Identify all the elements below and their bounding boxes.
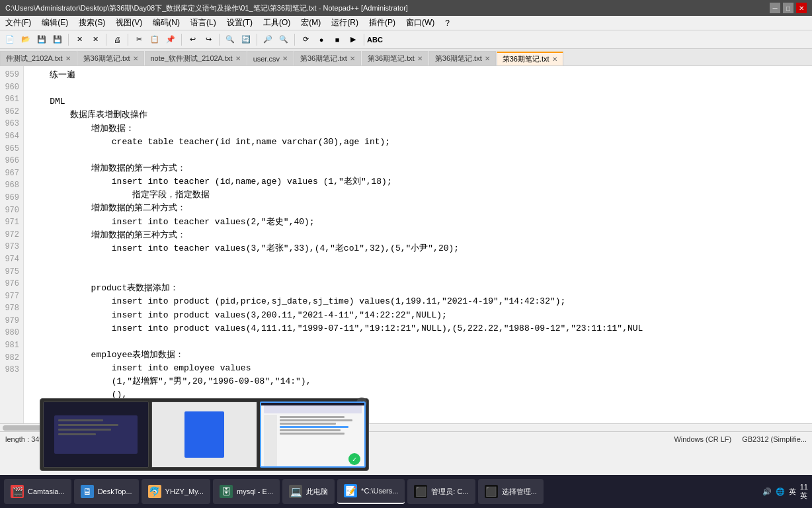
menu-run[interactable]: 运行(R) [326, 16, 364, 30]
menu-file[interactable]: 文件(F) [0, 16, 36, 30]
macro-run-btn[interactable]: ▶ [346, 32, 360, 47]
volume-icon[interactable]: 🔊 [762, 487, 772, 496]
tab-close-0[interactable]: ✕ [65, 55, 71, 62]
tab-0[interactable]: 件测试_2102A.txt ✕ [0, 51, 77, 65]
taskbar-mycomputer[interactable]: 💻 此电脑 [282, 479, 335, 504]
desktop-icon: 🖥 [81, 485, 94, 498]
taskbar-workbench-label: YHZY_My... [165, 487, 204, 495]
zoom-out-btn[interactable]: 🔍 [276, 32, 291, 47]
workbench-icon: 🐬 [148, 485, 161, 498]
sync-btn[interactable]: ⟳ [298, 32, 313, 47]
taskbar-camtasia-label: Camtasia... [28, 487, 65, 495]
redo-btn[interactable]: ↪ [201, 32, 216, 47]
toolbar: 📄 📂 💾 💾 ✕ ✕ 🖨 ✂ 📋 📌 ↩ ↪ 🔍 🔄 🔎 🔍 ⟳ ● ■ ▶ … [0, 30, 812, 49]
taskbar-camtasia[interactable]: 🎬 Camtasia... [4, 479, 71, 504]
tab-2[interactable]: note_软件测试_2102A.txt ✕ [145, 51, 247, 65]
sep5 [219, 34, 220, 46]
tab-close-6[interactable]: ✕ [485, 55, 490, 62]
status-right: Windows (CR LF) GB2312 (Simplifie... [674, 435, 807, 443]
taskbar-cmd1-label: 管理员: C... [431, 487, 468, 497]
title-text: C:\Users\Administrator\Desktop\第36期\Day0… [5, 3, 408, 13]
tab-5[interactable]: 第36期笔记.txt ✕ [362, 51, 428, 65]
tab-6[interactable]: 第36期笔记.txt ✕ [429, 51, 496, 65]
paste-btn[interactable]: 📌 [163, 32, 178, 47]
taskbar-cmd1[interactable]: ⬛ 管理员: C... [407, 479, 475, 504]
mycomputer-icon: 💻 [289, 485, 302, 498]
macro-btn[interactable]: ● [314, 32, 329, 47]
tab-1[interactable]: 第36期笔记.txt ✕ [77, 51, 144, 65]
menu-settings[interactable]: 设置(T) [222, 16, 258, 30]
taskbar-systray: 🔊 🌐 英 11 英 [762, 483, 808, 501]
tab-3[interactable]: user.csv ✕ [247, 51, 294, 65]
preview-thumb-1[interactable] [43, 402, 149, 468]
status-eol: Windows (CR LF) [674, 435, 731, 443]
menu-tools[interactable]: 工具(O) [258, 16, 296, 30]
taskbar-mycomputer-label: 此电脑 [306, 487, 328, 497]
menu-encoding[interactable]: 编码(N) [147, 16, 185, 30]
find-btn[interactable]: 🔍 [223, 32, 237, 47]
new-btn[interactable]: 📄 [3, 32, 17, 47]
taskbar-mysql[interactable]: 🗄 mysql - E... [213, 479, 280, 504]
taskbar: 🎬 Camtasia... 🖥 DeskTop... 🐬 YHZY_My... … [0, 475, 812, 508]
tab-close-2[interactable]: ✕ [235, 55, 241, 62]
save-btn[interactable]: 💾 [34, 32, 49, 47]
sep7 [294, 34, 295, 46]
taskbar-notepad[interactable]: 📝 *C:\Users... [337, 479, 405, 504]
close-all-btn[interactable]: ✕ [88, 32, 102, 47]
taskbar-notepad-label: *C:\Users... [361, 487, 398, 495]
copy-btn[interactable]: 📋 [147, 32, 162, 47]
tab-close-7[interactable]: ✕ [552, 56, 557, 63]
cmd1-icon: ⬛ [414, 485, 427, 498]
tab-close-5[interactable]: ✕ [417, 55, 423, 62]
sep8 [364, 34, 364, 46]
sep4 [181, 34, 182, 46]
macro-stop-btn[interactable]: ■ [330, 32, 345, 47]
menu-language[interactable]: 语言(L) [185, 16, 222, 30]
menu-plugins[interactable]: 插件(P) [364, 16, 401, 30]
cut-btn[interactable]: ✂ [132, 32, 146, 47]
tab-7[interactable]: 第36期笔记.txt ✕ [497, 52, 563, 66]
title-bar: C:\Users\Administrator\Desktop\第36期\Day0… [0, 0, 812, 16]
menu-window[interactable]: 窗口(W) [401, 16, 440, 30]
sep6 [257, 34, 257, 46]
menu-view[interactable]: 视图(V) [110, 16, 147, 30]
menu-help[interactable]: ? [440, 16, 455, 30]
taskbar-mysql-workbench[interactable]: 🐬 YHZY_My... [142, 479, 210, 504]
line-numbers: 959 960 961 962 963 964 965 966 967 968 … [0, 66, 24, 423]
blue-doc-preview [184, 411, 224, 458]
preview-check-icon: ✓ [348, 453, 360, 465]
taskbar-cmd2[interactable]: ⬛ 选择管理... [478, 479, 544, 504]
undo-btn[interactable]: ↩ [185, 32, 200, 47]
network-icon[interactable]: 🌐 [776, 487, 785, 496]
menu-search[interactable]: 搜索(S) [73, 16, 110, 30]
sep2 [106, 34, 106, 46]
taskbar-clock[interactable]: 11 英 [800, 483, 808, 501]
menu-edit[interactable]: 编辑(E) [36, 16, 73, 30]
zoom-in-btn[interactable]: 🔎 [261, 32, 275, 47]
tab-close-4[interactable]: ✕ [350, 55, 355, 62]
notepad-icon: 📝 [344, 484, 357, 497]
maximize-btn[interactable]: □ [783, 3, 793, 13]
clock-lang: 英 [800, 491, 808, 501]
close-btn[interactable]: ✕ [796, 3, 807, 13]
status-charset: GB2312 (Simplifie... [742, 435, 807, 443]
print-btn[interactable]: 🖨 [110, 32, 124, 47]
replace-btn[interactable]: 🔄 [239, 32, 253, 47]
spell-btn[interactable]: ABC [368, 32, 382, 47]
camtasia-icon: 🎬 [11, 485, 24, 498]
taskbar-desktop[interactable]: 🖥 DeskTop... [74, 479, 139, 504]
save-all-btn[interactable]: 💾 [50, 32, 65, 47]
menu-macro[interactable]: 宏(M) [296, 16, 326, 30]
tab-4[interactable]: 第36期笔记.txt ✕ [294, 51, 361, 65]
sep3 [128, 34, 128, 46]
code-content[interactable]: 练一遍 DML 数据库表增删改操作 增加数据： create table tea… [24, 66, 812, 423]
close-doc-btn[interactable]: ✕ [72, 32, 87, 47]
preview-thumb-2[interactable] [151, 402, 257, 468]
open-btn[interactable]: 📂 [19, 32, 33, 47]
preview-thumb-3[interactable]: ✓ [260, 402, 366, 468]
tab-close-3[interactable]: ✕ [282, 55, 288, 62]
minimize-btn[interactable]: ─ [770, 3, 780, 13]
tab-close-1[interactable]: ✕ [133, 55, 138, 62]
ime-label[interactable]: 英 [789, 487, 796, 497]
mysql-icon: 🗄 [220, 485, 233, 498]
